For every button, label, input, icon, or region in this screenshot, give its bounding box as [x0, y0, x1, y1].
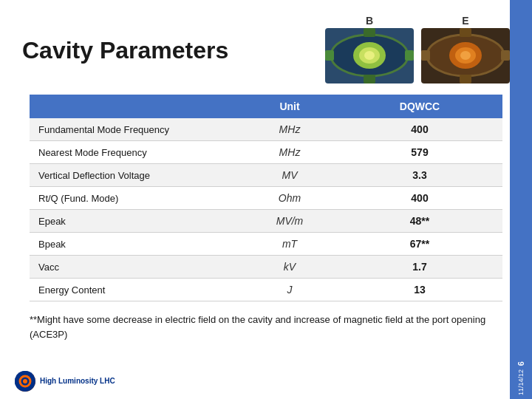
- logo-icon: [15, 371, 35, 392]
- cavity-image-b: [325, 28, 414, 83]
- date-text: 11/14/12: [517, 369, 525, 395]
- value-cell: 579: [337, 141, 502, 164]
- unit-cell: mT: [242, 233, 337, 256]
- param-cell: Energy Content: [30, 279, 242, 301]
- image-e-container: E: [421, 15, 510, 83]
- col-header-unit: Unit: [242, 95, 337, 118]
- svg-rect-6: [325, 50, 334, 61]
- value-cell: 3.3: [337, 164, 502, 187]
- page-title: Cavity Parameters: [22, 15, 310, 64]
- svg-rect-19: [460, 75, 471, 83]
- table-row: Fundamental Mode FrequencyMHz400: [30, 118, 502, 141]
- svg-rect-18: [460, 28, 471, 37]
- cavity-image-e: [421, 28, 510, 83]
- svg-rect-16: [421, 50, 430, 61]
- images-area: B: [325, 15, 510, 83]
- unit-cell: Ohm: [242, 187, 337, 210]
- param-cell: Rt/Q (Fund. Mode): [30, 187, 242, 210]
- param-cell: Nearest Mode Frequency: [30, 141, 242, 164]
- col-header-dqwcc: DQWCC: [337, 95, 502, 118]
- table-row: Nearest Mode FrequencyMHz579: [30, 141, 502, 164]
- unit-cell: J: [242, 279, 337, 301]
- footnote: **Might have some decrease in electric f…: [30, 313, 502, 341]
- svg-rect-8: [364, 28, 375, 37]
- table-container: Unit DQWCC Fundamental Mode FrequencyMHz…: [30, 95, 502, 301]
- slide-sidebar: 6 11/14/12: [510, 0, 532, 399]
- param-cell: Fundamental Mode Frequency: [30, 118, 242, 141]
- param-cell: Vertical Deflection Voltage: [30, 164, 242, 187]
- unit-cell: MV/m: [242, 210, 337, 233]
- svg-point-14: [460, 51, 471, 60]
- table-row: VacckV1.7: [30, 256, 502, 279]
- svg-rect-17: [501, 50, 510, 61]
- value-cell: 13: [337, 279, 502, 301]
- parameters-table: Unit DQWCC Fundamental Mode FrequencyMHz…: [30, 95, 502, 301]
- svg-rect-7: [405, 50, 414, 61]
- unit-cell: MV: [242, 164, 337, 187]
- svg-point-22: [23, 379, 27, 383]
- header-area: Cavity Parameters B: [22, 15, 510, 83]
- table-row: EpeakMV/m48**: [30, 210, 502, 233]
- value-cell: 1.7: [337, 256, 502, 279]
- slide-number: 6: [516, 361, 525, 366]
- value-cell: 67**: [337, 233, 502, 256]
- image-e-label: E: [421, 15, 510, 27]
- table-row: Vertical Deflection VoltageMV3.3: [30, 164, 502, 187]
- param-cell: Epeak: [30, 210, 242, 233]
- table-row: BpeakmT67**: [30, 233, 502, 256]
- image-b-label: B: [325, 15, 414, 27]
- col-header-param: [30, 95, 242, 118]
- param-cell: Vacc: [30, 256, 242, 279]
- svg-point-4: [364, 51, 375, 60]
- value-cell: 400: [337, 118, 502, 141]
- param-cell: Bpeak: [30, 233, 242, 256]
- value-cell: 48**: [337, 210, 502, 233]
- image-b-container: B: [325, 15, 414, 83]
- value-cell: 400: [337, 187, 502, 210]
- svg-rect-9: [364, 75, 375, 83]
- logo-area: High Luminosity LHC: [15, 371, 115, 392]
- table-row: Rt/Q (Fund. Mode)Ohm400: [30, 187, 502, 210]
- unit-cell: MHz: [242, 118, 337, 141]
- logo-text: High Luminosity LHC: [40, 377, 115, 386]
- unit-cell: MHz: [242, 141, 337, 164]
- slide: Cavity Parameters B: [0, 0, 532, 399]
- table-row: Energy ContentJ13: [30, 279, 502, 301]
- unit-cell: kV: [242, 256, 337, 279]
